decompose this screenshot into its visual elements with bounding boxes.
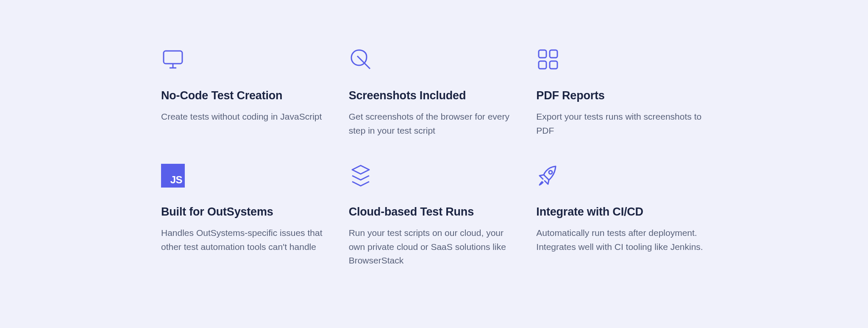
svg-rect-5 xyxy=(550,50,557,58)
feature-desc: Get screenshots of the browser for every… xyxy=(349,110,520,137)
svg-rect-4 xyxy=(539,50,546,58)
feature-title: No-Code Test Creation xyxy=(161,89,332,102)
feature-card-screenshots: Screenshots Included Get screenshots of … xyxy=(349,47,520,137)
feature-desc: Automatically run tests after deployment… xyxy=(536,226,707,254)
monitor-icon xyxy=(161,47,332,72)
svg-line-3 xyxy=(357,56,370,69)
svg-rect-6 xyxy=(539,61,546,69)
grid-icon xyxy=(536,47,707,72)
feature-title: Screenshots Included xyxy=(349,89,520,102)
feature-card-outsystems: JS Built for OutSystems Handles OutSyste… xyxy=(161,163,332,268)
feature-desc: Export your tests runs with screenshots … xyxy=(536,110,707,137)
leaf-icon xyxy=(349,47,520,72)
feature-title: Built for OutSystems xyxy=(161,205,332,219)
feature-card-cicd: Integrate with CI/CD Automatically run t… xyxy=(536,163,707,268)
js-icon: JS xyxy=(161,163,332,188)
feature-desc: Run your test scripts on our cloud, your… xyxy=(349,226,520,268)
feature-title: PDF Reports xyxy=(536,89,707,102)
feature-card-nocode: No-Code Test Creation Create tests witho… xyxy=(161,47,332,137)
feature-card-pdf: PDF Reports Export your tests runs with … xyxy=(536,47,707,137)
svg-rect-7 xyxy=(550,61,557,69)
feature-card-cloud: Cloud-based Test Runs Run your test scri… xyxy=(349,163,520,268)
rocket-icon xyxy=(536,163,707,188)
feature-desc: Handles OutSystems-specific issues that … xyxy=(161,226,332,254)
feature-desc: Create tests without coding in JavaScrip… xyxy=(161,110,332,124)
svg-rect-0 xyxy=(164,51,182,64)
svg-point-8 xyxy=(549,171,552,174)
features-grid: No-Code Test Creation Create tests witho… xyxy=(161,47,707,268)
stack-icon xyxy=(349,163,520,188)
feature-title: Cloud-based Test Runs xyxy=(349,205,520,219)
feature-title: Integrate with CI/CD xyxy=(536,205,707,219)
